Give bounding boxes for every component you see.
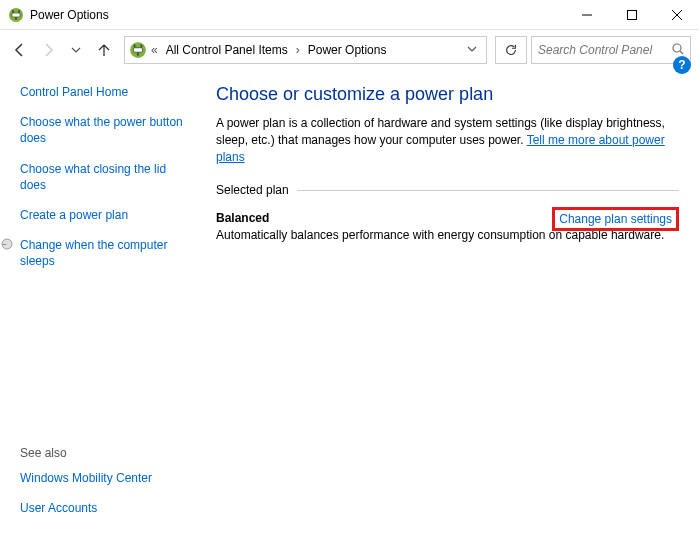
titlebar: Power Options xyxy=(0,0,699,30)
sidebar-link-create-plan[interactable]: Create a power plan xyxy=(20,207,192,223)
power-options-icon xyxy=(8,7,24,23)
sidebar-link-computer-sleeps[interactable]: Change when the computer sleeps xyxy=(20,237,192,269)
chevron-right-icon[interactable]: › xyxy=(296,43,300,57)
window-title: Power Options xyxy=(30,8,109,22)
content-area: Control Panel Home Choose what the power… xyxy=(0,70,699,540)
svg-rect-3 xyxy=(627,10,636,19)
current-item-icon xyxy=(0,237,14,254)
navbar: « All Control Panel Items › Power Option… xyxy=(0,30,699,70)
see-also-mobility-center[interactable]: Windows Mobility Center xyxy=(20,470,192,486)
plan-name: Balanced xyxy=(216,211,269,225)
chevron-down-icon[interactable] xyxy=(462,43,482,57)
breadcrumb-segment[interactable]: Power Options xyxy=(302,41,393,59)
refresh-button[interactable] xyxy=(495,36,527,64)
svg-point-8 xyxy=(673,44,681,52)
breadcrumb[interactable]: « All Control Panel Items › Power Option… xyxy=(124,36,487,64)
page-heading: Choose or customize a power plan xyxy=(216,84,679,105)
breadcrumb-segment[interactable]: All Control Panel Items xyxy=(160,41,294,59)
search-box[interactable] xyxy=(531,36,691,64)
sidebar-link-closing-lid[interactable]: Choose what closing the lid does xyxy=(20,161,192,193)
search-input[interactable] xyxy=(538,43,668,57)
recent-locations-button[interactable] xyxy=(64,38,88,62)
main-panel: Choose or customize a power plan A power… xyxy=(216,80,679,530)
control-panel-home-link[interactable]: Control Panel Home xyxy=(20,84,192,100)
back-button[interactable] xyxy=(8,38,32,62)
forward-button xyxy=(36,38,60,62)
minimize-button[interactable] xyxy=(564,0,609,29)
see-also-heading: See also xyxy=(20,446,192,460)
window-buttons xyxy=(564,0,699,29)
svg-rect-1 xyxy=(12,13,20,17)
svg-rect-7 xyxy=(134,48,143,53)
maximize-button[interactable] xyxy=(609,0,654,29)
section-label: Selected plan xyxy=(216,183,679,197)
sidebar-link-power-button[interactable]: Choose what the power button does xyxy=(20,114,192,146)
breadcrumb-separator-icon[interactable]: « xyxy=(151,43,158,57)
sidebar: Control Panel Home Choose what the power… xyxy=(20,80,192,530)
see-also-user-accounts[interactable]: User Accounts xyxy=(20,500,192,516)
intro-text: A power plan is a collection of hardware… xyxy=(216,115,679,165)
power-options-icon xyxy=(129,41,147,59)
see-also: See also Windows Mobility Center User Ac… xyxy=(20,446,192,530)
plan-row: Balanced Change plan settings Automatica… xyxy=(216,211,679,244)
svg-line-9 xyxy=(680,51,683,54)
close-button[interactable] xyxy=(654,0,699,29)
change-plan-settings-link[interactable]: Change plan settings xyxy=(552,207,679,231)
up-button[interactable] xyxy=(92,38,116,62)
